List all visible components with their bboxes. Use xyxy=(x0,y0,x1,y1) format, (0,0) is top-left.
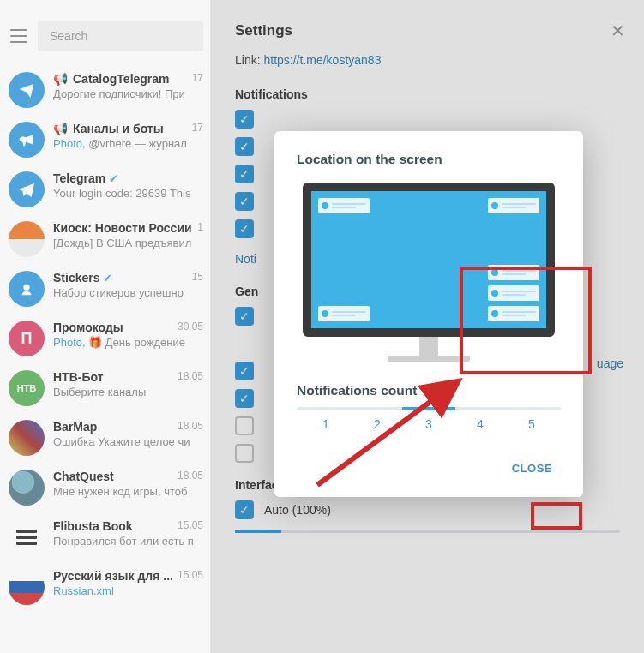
chat-preview: Мне нужен код игры, чтоб xyxy=(53,485,202,498)
language-link[interactable]: uage xyxy=(597,356,623,370)
checkbox-auto-scale[interactable]: ✓ xyxy=(235,500,254,519)
chat-date: 18.05 xyxy=(178,470,203,482)
profile-link[interactable]: https://t.me/kostyan83 xyxy=(263,53,381,67)
chat-row[interactable]: НТВНТВ-БотВыберите каналы18.05 xyxy=(0,363,210,413)
close-button[interactable]: CLOSE xyxy=(503,455,561,482)
avatar: НТВ xyxy=(9,370,45,406)
chat-title: Промокоды xyxy=(53,321,123,334)
checkbox-checked[interactable]: ✓ xyxy=(235,389,254,408)
search-input[interactable]: Search xyxy=(38,21,203,51)
avatar xyxy=(9,221,45,257)
chat-row[interactable]: Flibusta BookПонравился бот или есть п15… xyxy=(0,512,210,562)
chat-date: 17 xyxy=(192,72,203,84)
chat-row[interactable]: Русский язык для ...Russian.xml15.05 xyxy=(0,562,210,612)
svg-point-0 xyxy=(23,285,29,291)
checkbox-checked[interactable]: ✓ xyxy=(235,110,254,129)
chat-preview: Your login code: 29639 This xyxy=(53,187,202,200)
chat-title: Русский язык для ... xyxy=(53,569,173,583)
chat-row[interactable]: 📢Каналы и ботыPhoto, @vrhere — журнал17 xyxy=(0,115,210,165)
chat-preview: Photo, @vrhere — журнал xyxy=(53,137,202,150)
close-icon[interactable]: ✕ xyxy=(611,21,625,41)
chat-preview: [Дождь] В США предъявил xyxy=(53,237,202,249)
chat-date: 1 xyxy=(197,221,203,233)
chat-date: 15 xyxy=(192,271,203,283)
count-option-5[interactable]: 5 xyxy=(506,417,557,431)
avatar xyxy=(9,519,45,555)
corner-top-right[interactable] xyxy=(488,198,539,213)
chat-title: Киоск: Новости России xyxy=(53,221,192,235)
chat-preview: Russian.xml xyxy=(53,584,202,597)
chat-sidebar: Search 📢CatalogTelegramДорогие подписчик… xyxy=(0,0,211,653)
auto-scale-label: Auto (100%) xyxy=(264,503,331,517)
chat-preview: Набор стикеров успешно xyxy=(53,286,202,299)
chat-row[interactable]: 📢CatalogTelegramДорогие подписчики! При1… xyxy=(0,65,210,115)
avatar xyxy=(9,122,45,158)
chat-title: Каналы и боты xyxy=(73,122,164,135)
chat-title: CatalogTelegram xyxy=(73,72,170,86)
chat-title: Flibusta Book xyxy=(53,519,133,533)
verified-icon: ✔ xyxy=(103,272,112,285)
chat-preview: Photo, 🎁 День рождение xyxy=(53,336,202,349)
chat-row[interactable]: BarMapОшибка Укажите целое чи18.05 xyxy=(0,413,210,463)
bullhorn-icon: 📢 xyxy=(53,122,68,135)
chat-date: 18.05 xyxy=(178,420,203,432)
chat-row[interactable]: Stickers✔Набор стикеров успешно15 xyxy=(0,264,210,314)
checkbox-empty[interactable] xyxy=(235,444,254,463)
checkbox-checked[interactable]: ✓ xyxy=(235,137,254,156)
menu-icon[interactable] xyxy=(7,26,31,46)
chat-row[interactable]: Киоск: Новости России[Дождь] В США предъ… xyxy=(0,214,210,264)
chat-preview: Дорогие подписчики! При xyxy=(53,87,202,100)
section-notifications: Notifications xyxy=(235,87,620,101)
bullhorn-icon: 📢 xyxy=(53,72,68,86)
avatar xyxy=(9,569,45,605)
chat-title: Telegram xyxy=(53,171,105,185)
checkbox-checked[interactable]: ✓ xyxy=(235,307,254,326)
avatar xyxy=(9,470,45,506)
chat-row[interactable]: ChatQuestМне нужен код игры, чтоб18.05 xyxy=(0,463,210,512)
chat-preview: Понравился бот или есть п xyxy=(53,535,202,548)
avatar xyxy=(9,72,45,108)
chat-title: BarMap xyxy=(53,420,97,434)
annotation-box-corner xyxy=(460,267,592,374)
chat-row[interactable]: ППромокодыPhoto, 🎁 День рождение30.05 xyxy=(0,314,210,363)
chat-title: ChatQuest xyxy=(53,470,114,483)
avatar xyxy=(9,420,45,456)
corner-top-left[interactable] xyxy=(318,198,370,213)
verified-icon: ✔ xyxy=(109,172,118,185)
notification-position-link[interactable]: Noti xyxy=(235,252,256,266)
checkbox-checked[interactable]: ✓ xyxy=(235,192,254,211)
link-label: Link: xyxy=(235,53,261,67)
avatar xyxy=(9,171,45,207)
annotation-box-close xyxy=(531,502,582,530)
chat-date: 17 xyxy=(192,122,203,134)
avatar xyxy=(9,271,45,307)
chat-preview: Ошибка Укажите целое чи xyxy=(53,435,202,448)
annotation-arrow xyxy=(309,374,480,494)
checkbox-empty[interactable] xyxy=(235,416,254,435)
page-title: Settings xyxy=(235,22,292,39)
checkbox-checked[interactable]: ✓ xyxy=(235,362,254,380)
chat-title: Stickers xyxy=(53,271,99,285)
avatar: П xyxy=(9,321,45,356)
chat-date: 30.05 xyxy=(178,321,203,332)
checkbox-checked[interactable]: ✓ xyxy=(235,165,254,183)
chat-date: 18.05 xyxy=(178,370,203,382)
modal-title-location: Location on the screen xyxy=(297,152,561,167)
corner-bottom-left[interactable] xyxy=(318,306,370,321)
chat-row[interactable]: Telegram✔Your login code: 29639 This xyxy=(0,165,210,214)
chat-preview: Выберите каналы xyxy=(53,386,202,398)
checkbox-checked[interactable]: ✓ xyxy=(235,219,254,238)
chat-date: 15.05 xyxy=(178,569,203,581)
svg-line-1 xyxy=(317,384,454,485)
chat-date: 15.05 xyxy=(178,519,203,531)
chat-title: НТВ-Бот xyxy=(53,370,104,384)
